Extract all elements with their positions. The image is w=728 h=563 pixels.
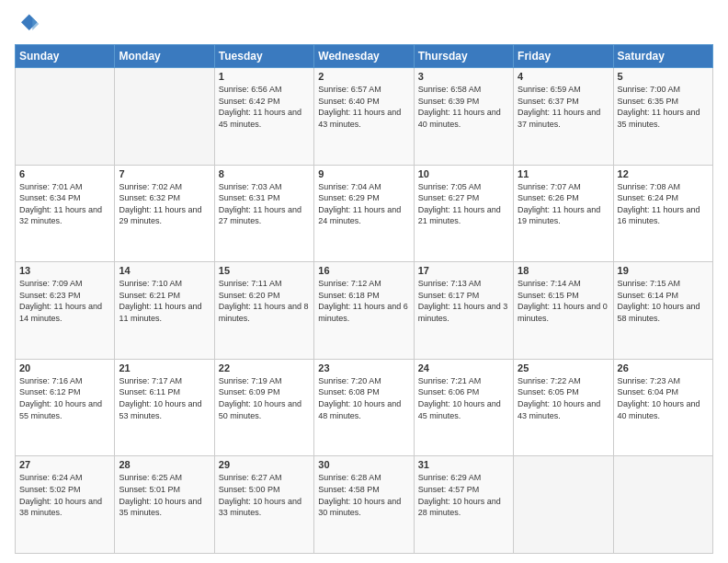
day-number: 12	[618, 168, 709, 179]
day-number: 17	[418, 265, 509, 276]
calendar-cell: 2Sunrise: 6:57 AMSunset: 6:40 PMDaylight…	[314, 68, 414, 166]
day-number: 20	[19, 362, 110, 373]
day-info: Sunrise: 7:11 AMSunset: 6:20 PMDaylight:…	[219, 278, 310, 324]
day-number: 25	[518, 362, 609, 373]
calendar-cell: 14Sunrise: 7:10 AMSunset: 6:21 PMDayligh…	[115, 262, 214, 360]
day-info: Sunrise: 7:13 AMSunset: 6:17 PMDaylight:…	[418, 278, 509, 324]
calendar-cell: 3Sunrise: 6:58 AMSunset: 6:39 PMDaylight…	[414, 68, 513, 166]
day-info: Sunrise: 7:05 AMSunset: 6:27 PMDaylight:…	[418, 181, 509, 227]
day-info: Sunrise: 7:02 AMSunset: 6:32 PMDaylight:…	[119, 181, 210, 227]
calendar-cell: 17Sunrise: 7:13 AMSunset: 6:17 PMDayligh…	[414, 262, 513, 360]
day-number: 3	[418, 71, 509, 82]
calendar-cell: 22Sunrise: 7:19 AMSunset: 6:09 PMDayligh…	[214, 359, 313, 456]
day-number: 1	[219, 71, 310, 82]
day-header-saturday: Saturday	[613, 45, 712, 68]
day-number: 19	[618, 265, 709, 276]
calendar-cell: 27Sunrise: 6:24 AMSunset: 5:02 PMDayligh…	[16, 456, 115, 554]
calendar-cell: 24Sunrise: 7:21 AMSunset: 6:06 PMDayligh…	[414, 359, 513, 456]
calendar-cell: 9Sunrise: 7:04 AMSunset: 6:29 PMDaylight…	[314, 165, 414, 262]
calendar-cell: 4Sunrise: 6:59 AMSunset: 6:37 PMDaylight…	[514, 68, 613, 166]
day-header-friday: Friday	[514, 45, 613, 68]
calendar-week-5: 27Sunrise: 6:24 AMSunset: 5:02 PMDayligh…	[16, 456, 713, 554]
day-number: 28	[119, 459, 210, 470]
calendar-cell: 11Sunrise: 7:07 AMSunset: 6:26 PMDayligh…	[514, 165, 613, 262]
day-number: 31	[418, 459, 509, 470]
day-info: Sunrise: 6:27 AMSunset: 5:00 PMDaylight:…	[219, 472, 310, 518]
day-info: Sunrise: 7:16 AMSunset: 6:12 PMDaylight:…	[19, 375, 110, 421]
day-info: Sunrise: 7:00 AMSunset: 6:35 PMDaylight:…	[618, 84, 709, 130]
day-info: Sunrise: 7:03 AMSunset: 6:31 PMDaylight:…	[219, 181, 310, 227]
day-number: 30	[318, 459, 409, 470]
day-number: 27	[19, 459, 110, 470]
day-number: 8	[219, 168, 310, 179]
day-info: Sunrise: 6:28 AMSunset: 4:58 PMDaylight:…	[318, 472, 409, 518]
calendar-cell: 13Sunrise: 7:09 AMSunset: 6:23 PMDayligh…	[16, 262, 115, 360]
calendar-cell: 1Sunrise: 6:56 AMSunset: 6:42 PMDaylight…	[214, 68, 313, 166]
day-info: Sunrise: 7:12 AMSunset: 6:18 PMDaylight:…	[318, 278, 409, 324]
day-info: Sunrise: 6:59 AMSunset: 6:37 PMDaylight:…	[518, 84, 609, 130]
day-info: Sunrise: 7:21 AMSunset: 6:06 PMDaylight:…	[418, 375, 509, 421]
calendar-cell: 16Sunrise: 7:12 AMSunset: 6:18 PMDayligh…	[314, 262, 414, 360]
day-info: Sunrise: 7:20 AMSunset: 6:08 PMDaylight:…	[318, 375, 409, 421]
day-info: Sunrise: 7:19 AMSunset: 6:09 PMDaylight:…	[219, 375, 310, 421]
day-info: Sunrise: 7:01 AMSunset: 6:34 PMDaylight:…	[19, 181, 110, 227]
calendar-week-3: 13Sunrise: 7:09 AMSunset: 6:23 PMDayligh…	[16, 262, 713, 360]
day-info: Sunrise: 7:15 AMSunset: 6:14 PMDaylight:…	[618, 278, 709, 324]
calendar-cell: 25Sunrise: 7:22 AMSunset: 6:05 PMDayligh…	[514, 359, 613, 456]
day-header-sunday: Sunday	[16, 45, 115, 68]
day-number: 26	[618, 362, 709, 373]
calendar-cell: 18Sunrise: 7:14 AMSunset: 6:15 PMDayligh…	[514, 262, 613, 360]
calendar-cell: 7Sunrise: 7:02 AMSunset: 6:32 PMDaylight…	[115, 165, 214, 262]
day-number: 21	[119, 362, 210, 373]
day-info: Sunrise: 6:57 AMSunset: 6:40 PMDaylight:…	[318, 84, 409, 130]
calendar-cell: 30Sunrise: 6:28 AMSunset: 4:58 PMDayligh…	[314, 456, 414, 554]
day-number: 23	[318, 362, 409, 373]
day-number: 2	[318, 71, 409, 82]
calendar-cell: 19Sunrise: 7:15 AMSunset: 6:14 PMDayligh…	[613, 262, 712, 360]
calendar-cell: 29Sunrise: 6:27 AMSunset: 5:00 PMDayligh…	[214, 456, 313, 554]
calendar-cell: 23Sunrise: 7:20 AMSunset: 6:08 PMDayligh…	[314, 359, 414, 456]
calendar-header-row: SundayMondayTuesdayWednesdayThursdayFrid…	[16, 45, 713, 68]
day-number: 7	[119, 168, 210, 179]
calendar: SundayMondayTuesdayWednesdayThursdayFrid…	[15, 44, 713, 554]
calendar-cell	[613, 456, 712, 554]
day-info: Sunrise: 6:58 AMSunset: 6:39 PMDaylight:…	[418, 84, 509, 130]
page: SundayMondayTuesdayWednesdayThursdayFrid…	[0, 0, 728, 563]
day-info: Sunrise: 6:29 AMSunset: 4:57 PMDaylight:…	[418, 472, 509, 518]
calendar-cell	[115, 68, 214, 166]
day-info: Sunrise: 7:22 AMSunset: 6:05 PMDaylight:…	[518, 375, 609, 421]
day-number: 10	[418, 168, 509, 179]
calendar-cell: 26Sunrise: 7:23 AMSunset: 6:04 PMDayligh…	[613, 359, 712, 456]
calendar-cell: 8Sunrise: 7:03 AMSunset: 6:31 PMDaylight…	[214, 165, 313, 262]
calendar-cell: 21Sunrise: 7:17 AMSunset: 6:11 PMDayligh…	[115, 359, 214, 456]
svg-marker-1	[32, 17, 39, 30]
calendar-cell: 5Sunrise: 7:00 AMSunset: 6:35 PMDaylight…	[613, 68, 712, 166]
day-info: Sunrise: 6:24 AMSunset: 5:02 PMDaylight:…	[19, 472, 110, 518]
day-number: 4	[518, 71, 609, 82]
calendar-cell: 31Sunrise: 6:29 AMSunset: 4:57 PMDayligh…	[414, 456, 513, 554]
day-info: Sunrise: 6:56 AMSunset: 6:42 PMDaylight:…	[219, 84, 310, 130]
calendar-cell: 6Sunrise: 7:01 AMSunset: 6:34 PMDaylight…	[16, 165, 115, 262]
day-info: Sunrise: 7:09 AMSunset: 6:23 PMDaylight:…	[19, 278, 110, 324]
day-header-wednesday: Wednesday	[314, 45, 414, 68]
day-info: Sunrise: 7:14 AMSunset: 6:15 PMDaylight:…	[518, 278, 609, 324]
day-number: 14	[119, 265, 210, 276]
day-number: 6	[19, 168, 110, 179]
calendar-week-2: 6Sunrise: 7:01 AMSunset: 6:34 PMDaylight…	[16, 165, 713, 262]
day-number: 15	[219, 265, 310, 276]
day-number: 18	[518, 265, 609, 276]
day-info: Sunrise: 7:07 AMSunset: 6:26 PMDaylight:…	[518, 181, 609, 227]
day-info: Sunrise: 7:08 AMSunset: 6:24 PMDaylight:…	[618, 181, 709, 227]
logo	[15, 11, 44, 37]
header	[15, 11, 713, 37]
calendar-week-4: 20Sunrise: 7:16 AMSunset: 6:12 PMDayligh…	[16, 359, 713, 456]
calendar-cell: 28Sunrise: 6:25 AMSunset: 5:01 PMDayligh…	[115, 456, 214, 554]
calendar-cell: 10Sunrise: 7:05 AMSunset: 6:27 PMDayligh…	[414, 165, 513, 262]
day-info: Sunrise: 7:17 AMSunset: 6:11 PMDaylight:…	[119, 375, 210, 421]
day-number: 24	[418, 362, 509, 373]
day-info: Sunrise: 7:04 AMSunset: 6:29 PMDaylight:…	[318, 181, 409, 227]
day-header-tuesday: Tuesday	[214, 45, 313, 68]
day-info: Sunrise: 7:23 AMSunset: 6:04 PMDaylight:…	[618, 375, 709, 421]
day-number: 22	[219, 362, 310, 373]
day-number: 16	[318, 265, 409, 276]
